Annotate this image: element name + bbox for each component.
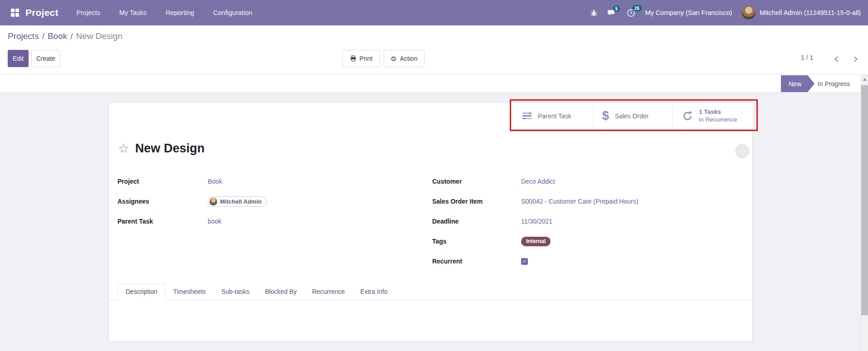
company-switcher[interactable]: My Company (San Francisco) [645, 9, 732, 16]
menu-projects[interactable]: Projects [77, 9, 100, 16]
smart-button-box: Parent Task $ Sales Order 1 Tasks in Rec… [512, 102, 753, 130]
parent-task-link[interactable]: book [208, 218, 221, 225]
field-customer: Customer Deco Addict [432, 171, 745, 191]
menu-reporting[interactable]: Reporting [166, 9, 194, 16]
customer-link[interactable]: Deco Addict [521, 178, 555, 185]
user-menu[interactable]: Mitchell Admin (11249511-15-0-all) [742, 6, 861, 20]
field-assignees: Assignees Mitchell Admin [117, 191, 412, 211]
activities-badge: 26 [632, 5, 642, 12]
field-deadline: Deadline 11/30/2021 [432, 211, 745, 231]
breadcrumb-current: New Design [76, 31, 122, 41]
checkmark-icon: ✓ [522, 258, 527, 264]
messages-badge: 5 [613, 5, 620, 12]
recurrent-checkbox[interactable]: ✓ [521, 258, 528, 265]
vertical-scrollbar[interactable] [861, 75, 868, 351]
tag-internal: Internal [521, 237, 551, 246]
assignee-avatar [210, 198, 217, 205]
menu-configuration[interactable]: Configuration [213, 9, 252, 16]
printer-icon [350, 55, 356, 62]
user-avatar [742, 6, 756, 20]
tab-timesheets[interactable]: Timesheets [166, 284, 214, 300]
tasks-icon [522, 112, 532, 120]
user-name: Mitchell Admin (11249511-15-0-all) [760, 9, 861, 16]
field-tags: Tags Internal [432, 231, 745, 251]
assignee-tag[interactable]: Mitchell Admin [208, 196, 267, 207]
scroll-up-button[interactable] [861, 76, 868, 83]
tab-blocked-by[interactable]: Blocked By [257, 284, 304, 300]
main-menu: Projects My Tasks Reporting Configuratio… [77, 9, 253, 16]
tab-recurrence[interactable]: Recurrence [304, 284, 352, 300]
tab-content-empty [109, 300, 752, 341]
page-title: New Design [135, 141, 205, 156]
field-sales-order-item: Sales Order Item S00042 - Customer Care … [432, 191, 745, 211]
notebook-tabs: Description Timesheets Sub-tasks Blocked… [109, 283, 752, 341]
messages-icon[interactable]: 5 [608, 9, 617, 17]
activities-clock-icon[interactable]: 26 [627, 9, 635, 17]
pager-count[interactable]: 1 / 1 [801, 54, 813, 61]
menu-my-tasks[interactable]: My Tasks [119, 9, 146, 16]
project-link[interactable]: Book [208, 178, 222, 185]
edit-button[interactable]: Edit [8, 50, 29, 67]
pager-next-button[interactable] [849, 54, 860, 64]
chevron-right-icon [852, 56, 858, 62]
top-navbar: Project Projects My Tasks Reporting Conf… [0, 0, 868, 25]
smart-button-parent-task[interactable]: Parent Task [513, 102, 593, 129]
scrollbar-thumb[interactable] [861, 85, 868, 315]
field-recurrent: Recurrent ✓ [432, 251, 745, 271]
control-panel: Projects/Book/New Design Edit Create Pri… [0, 25, 868, 75]
dollar-icon: $ [602, 110, 609, 122]
statusbar: New In Progress [0, 75, 861, 93]
breadcrumb-link-book[interactable]: Book [48, 31, 67, 41]
kanban-state-circle[interactable] [736, 144, 749, 158]
deadline-value: 11/30/2021 [521, 218, 552, 225]
scroll-up-icon [863, 78, 867, 81]
tab-sub-tasks[interactable]: Sub-tasks [214, 284, 257, 300]
gear-icon: ⚙ [390, 55, 396, 62]
sales-order-item-link[interactable]: S00042 - Customer Care (Prepaid Hours) [521, 198, 638, 205]
tab-description[interactable]: Description [117, 283, 166, 300]
breadcrumb-link-projects[interactable]: Projects [8, 31, 39, 41]
app-brand[interactable]: Project [25, 7, 59, 18]
apps-grid-icon[interactable] [11, 9, 19, 17]
form-sheet: Parent Task $ Sales Order 1 Tasks in Rec… [108, 102, 753, 342]
create-button[interactable]: Create [31, 50, 60, 67]
field-group-right: Customer Deco Addict Sales Order Item S0… [432, 171, 745, 271]
chevron-left-icon [834, 56, 840, 62]
stage-new[interactable]: New [781, 75, 814, 92]
tab-extra-info[interactable]: Extra Info [353, 284, 395, 300]
refresh-icon [682, 111, 693, 122]
stage-in-progress[interactable]: In Progress [818, 75, 850, 92]
smart-button-sales-order[interactable]: $ Sales Order [593, 102, 673, 129]
action-button[interactable]: ⚙ Action [384, 50, 424, 67]
favorite-star-icon[interactable]: ☆ [118, 142, 129, 155]
field-group-left: Project Book Assignees Mitchell Admin Pa… [117, 171, 412, 231]
debug-bug-icon[interactable] [590, 9, 598, 17]
field-parent-task: Parent Task book [117, 211, 412, 231]
smart-button-recurrence[interactable]: 1 Tasks in Recurrence [673, 102, 753, 129]
print-button[interactable]: Print [342, 50, 380, 67]
breadcrumb: Projects/Book/New Design [8, 31, 122, 41]
pager-previous-button[interactable] [832, 54, 843, 64]
field-project: Project Book [117, 171, 412, 191]
